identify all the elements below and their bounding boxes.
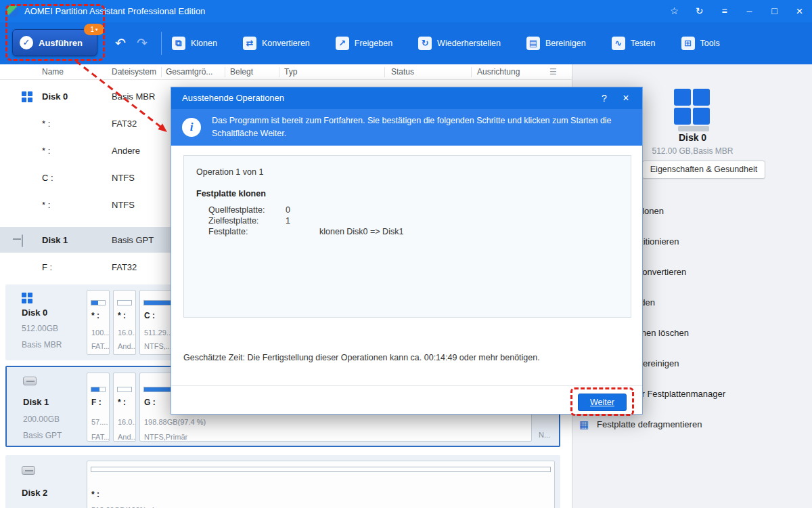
estimated-time-text: Geschätzte Zeit: Die Fertigstellung dies… (183, 353, 540, 362)
dialog-title: Ausstehende Operationen (182, 87, 284, 109)
window-controls: ☆ ↻ ≡ – □ × (662, 0, 812, 22)
toolbar-nav: ⧉ Klonen ⇄ Konvertieren ↗ Freigeben ↻ Wi… (172, 22, 720, 64)
col-size[interactable]: Gesamtgrö... (166, 64, 212, 80)
header-divider (161, 67, 162, 77)
pending-operations-dialog: Ausstehende Operationen ? × i Das Progra… (171, 87, 643, 415)
disk2-panel[interactable]: Disk 2 * : 512.00GB(100%...) (5, 455, 560, 508)
usage-bar (117, 387, 132, 392)
col-type[interactable]: Typ (284, 64, 297, 80)
tools-icon: ⊞ (681, 37, 695, 50)
info-icon: i (182, 118, 201, 137)
unallocated-trailing-label: N... (539, 431, 550, 439)
operation-count: Operation 1 von 1 (196, 167, 263, 177)
partition-block[interactable]: F : 57.... FAT... (87, 373, 110, 442)
operations-list-box: Operation 1 von 1 Festplatte klonen Quel… (183, 155, 631, 318)
maximize-button[interactable]: □ (762, 0, 787, 22)
partition-block[interactable]: * : 16.0... And... (113, 373, 136, 442)
share-icon: ↗ (336, 37, 349, 50)
clone-icon: ⧉ (172, 37, 185, 50)
dialog-info-banner: i Das Programm ist bereit zum Fortfahren… (171, 109, 642, 146)
disk-blue-icon (22, 293, 32, 303)
convert-icon: ⇄ (243, 37, 256, 50)
operation-detail: Festplatte:klonen Disk0 => Disk1 (208, 227, 403, 238)
defrag-icon: ▦ (579, 419, 589, 431)
toolbar-divider (161, 32, 162, 55)
sync-icon[interactable]: ↻ (687, 0, 712, 22)
hamburger-menu-icon[interactable]: ≡ (712, 0, 737, 22)
pending-operations-badge[interactable]: 1 ▾ (84, 24, 104, 35)
titlebar: AOMEI Partition Assistant Professional E… (0, 0, 812, 22)
star-icon[interactable]: ☆ (662, 0, 687, 22)
disk-gray-icon (22, 234, 23, 247)
toolbar-item-freigeben[interactable]: ↗ Freigeben (336, 37, 392, 50)
disk-blue-large-icon (674, 89, 712, 127)
usage-bar (117, 300, 132, 305)
header-divider (279, 67, 279, 77)
chevron-down-icon: ▾ (95, 27, 98, 33)
test-icon: ∿ (612, 37, 625, 50)
check-circle-icon: ✓ (20, 36, 33, 49)
col-fs[interactable]: Dateisystem (112, 64, 156, 80)
toolbar-item-testen[interactable]: ∿ Testen (612, 37, 656, 50)
properties-health-button[interactable]: Eigenschaften & Gesundheit (642, 161, 765, 179)
col-used[interactable]: Belegt (230, 64, 253, 80)
disk-gray-icon (22, 466, 35, 475)
dialog-titlebar: Ausstehende Operationen ? × (171, 87, 642, 109)
header-divider (225, 67, 225, 77)
disk-blue-icon (22, 91, 32, 102)
minimize-button[interactable]: – (737, 0, 762, 22)
col-align[interactable]: Ausrichtung (477, 64, 520, 80)
close-button[interactable]: × (787, 0, 812, 22)
usage-bar (91, 467, 551, 472)
column-options-icon[interactable]: ☰ (549, 64, 557, 80)
undo-button[interactable]: ↶ (115, 35, 126, 52)
operation-title: Festplatte klonen (196, 189, 266, 198)
toolbar-item-tools[interactable]: ⊞ Tools (681, 37, 720, 50)
dialog-footer-divider (171, 385, 642, 386)
header-divider (384, 67, 385, 77)
toolbar-item-wiederherstellen[interactable]: ↻ Wiederherstellen (418, 37, 501, 50)
toolbar-item-konvertieren[interactable]: ⇄ Konvertieren (243, 37, 310, 50)
col-status[interactable]: Status (391, 64, 414, 80)
operation-detail: Quellfestplatte:0 (208, 205, 290, 216)
usage-bar (91, 300, 106, 305)
help-icon[interactable]: ? (596, 87, 612, 109)
redo-button[interactable]: ↷ (137, 35, 148, 52)
toolbar: ✓ Ausführen 1 ▾ ↶ ↷ ⧉ Klonen ⇄ Konvertie… (0, 22, 812, 64)
toolbar-item-klonen[interactable]: ⧉ Klonen (172, 37, 217, 50)
header-divider (471, 67, 472, 77)
apply-button-label: Ausführen (39, 38, 83, 48)
col-name[interactable]: Name (42, 64, 64, 80)
disk-gray-icon (23, 377, 37, 385)
window-title: AOMEI Partition Assistant Professional E… (24, 0, 205, 22)
usage-bar (91, 387, 106, 392)
toolbar-item-bereinigen[interactable]: ▤ Bereinigen (526, 37, 586, 50)
badge-count: 1 (90, 26, 94, 33)
restore-icon: ↻ (418, 37, 432, 50)
sidebar-item-festplatte-defragmentieren[interactable]: ▦ Festplatte defragmentieren (572, 414, 812, 436)
partition-block[interactable]: * : 512.00GB(100%...) (87, 461, 555, 508)
partition-block[interactable]: * : 16.0... And... (113, 290, 136, 355)
operation-detail: Zielfestplatte:1 (208, 216, 290, 227)
dialog-info-text: Das Programm ist bereit zum Fortfahren. … (212, 114, 633, 141)
app-window: AOMEI Partition Assistant Professional E… (0, 0, 812, 508)
app-logo-icon (7, 5, 19, 17)
dialog-close-icon[interactable]: × (618, 87, 634, 109)
table-header: Name Dateisystem Gesamtgrö... Belegt Typ… (0, 64, 572, 80)
partition-block[interactable]: * : 100... FAT... (87, 290, 110, 355)
weiter-button[interactable]: Weiter (578, 394, 627, 411)
clean-icon: ▤ (526, 37, 540, 50)
